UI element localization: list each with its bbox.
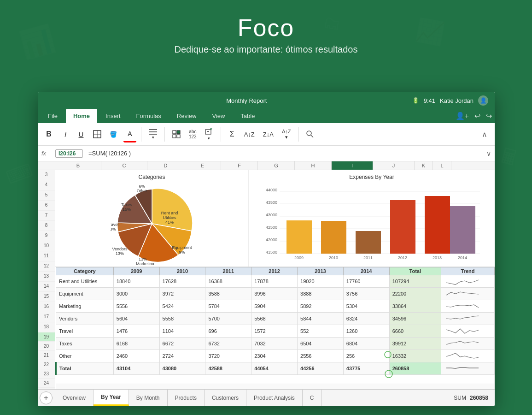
row-13[interactable]: 13 <box>38 272 55 282</box>
tab-home[interactable]: Home <box>66 109 97 123</box>
cell-tax-2014[interactable]: 6804 <box>343 338 389 350</box>
font-color-button[interactable]: A <box>123 126 136 142</box>
sheet-tab-by-year[interactable]: By Year <box>94 390 129 406</box>
fill-color-button[interactable]: 🪣 <box>107 126 121 142</box>
cell-equip-2012[interactable]: 3996 <box>251 288 298 300</box>
cell-vend-2011[interactable]: 5700 <box>205 313 251 325</box>
sort-asc-button[interactable]: A↓Z <box>241 126 257 142</box>
undo-icon[interactable]: ↩ <box>474 112 480 120</box>
total-2009[interactable]: 43104 <box>113 362 159 375</box>
total-2012[interactable]: 44054 <box>251 362 298 375</box>
row-17[interactable]: 17 <box>38 312 55 322</box>
col-header-j[interactable]: J <box>373 161 415 170</box>
user-avatar[interactable]: 👤 <box>478 95 488 106</box>
cell-tax-2009[interactable]: 6168 <box>113 338 159 350</box>
cell-trav-2011[interactable]: 696 <box>205 325 251 338</box>
cell-other-2013[interactable]: 2556 <box>298 350 344 362</box>
sheet-tab-product-analysis[interactable]: Product Analysis <box>246 390 303 406</box>
row-16[interactable]: 16 <box>38 302 55 312</box>
tab-insert[interactable]: Insert <box>98 109 128 123</box>
cell-trav-total[interactable]: 6660 <box>389 325 441 338</box>
cell-tax-2012[interactable]: 7032 <box>251 338 298 350</box>
cell-trav-2010[interactable]: 1104 <box>159 325 205 338</box>
cell-mkt-2011[interactable]: 5784 <box>205 300 251 313</box>
cell-mkt-2012[interactable]: 5904 <box>251 300 298 313</box>
cell-vend-2013[interactable]: 5844 <box>298 313 344 325</box>
cell-tax-total[interactable]: 39912 <box>389 338 441 350</box>
col-header-f[interactable]: F <box>221 161 258 170</box>
category-other[interactable]: Other <box>56 350 114 362</box>
cell-reference[interactable]: I20:I26 <box>55 149 83 158</box>
total-2013[interactable]: 44256 <box>298 362 344 375</box>
cell-other-2012[interactable]: 2304 <box>251 350 298 362</box>
category-marketing[interactable]: Marketing <box>56 300 114 313</box>
col-header-k[interactable]: K <box>415 161 433 170</box>
row-8[interactable]: 8 <box>38 221 55 231</box>
row-19[interactable]: 19 <box>38 332 55 342</box>
cell-rent-2014[interactable]: 17760 <box>343 275 389 288</box>
cell-trav-2012[interactable]: 1572 <box>251 325 298 338</box>
sheet-tab-c[interactable]: C <box>303 390 322 406</box>
cell-mkt-total[interactable]: 33864 <box>389 300 441 313</box>
cell-trav-2009[interactable]: 1476 <box>113 325 159 338</box>
cell-other-2009[interactable]: 2460 <box>113 350 159 362</box>
cell-trav-2013[interactable]: 552 <box>298 325 344 338</box>
row-23[interactable]: 23 <box>38 369 55 379</box>
cell-other-total[interactable]: 16332 <box>389 350 441 362</box>
cell-equip-2014[interactable]: 3756 <box>343 288 389 300</box>
row-18[interactable]: 18 <box>38 322 55 332</box>
category-travel[interactable]: Travel <box>56 325 114 338</box>
cell-rent-2013[interactable]: 19020 <box>298 275 344 288</box>
cell-vend-2010[interactable]: 5558 <box>159 313 205 325</box>
cell-equip-2010[interactable]: 3972 <box>159 288 205 300</box>
bold-button[interactable]: B <box>41 125 56 143</box>
tab-formulas[interactable]: Formulas <box>129 109 169 123</box>
col-header-h[interactable]: H <box>295 161 332 170</box>
row-12[interactable]: 12 <box>38 261 55 272</box>
col-header-g[interactable]: G <box>258 161 295 170</box>
row-7[interactable]: 7 <box>38 211 55 221</box>
conditional-format-button[interactable]: ▾ ▾ <box>202 126 216 142</box>
row-20[interactable]: 20 <box>38 342 55 351</box>
row-5[interactable]: 5 <box>38 190 55 201</box>
cell-rent-2011[interactable]: 16368 <box>205 275 251 288</box>
cell-rent-2009[interactable]: 18840 <box>113 275 159 288</box>
redo-icon[interactable]: ↪ <box>486 112 492 120</box>
col-header-c[interactable]: C <box>101 161 147 170</box>
cell-vend-2009[interactable]: 5604 <box>113 313 159 325</box>
category-equipment[interactable]: Equipment <box>56 288 114 300</box>
add-sheet-button[interactable]: + <box>40 391 53 404</box>
add-user-icon[interactable]: 👤+ <box>456 112 469 120</box>
row-6[interactable]: 6 <box>38 201 55 211</box>
row-14[interactable]: 14 <box>38 282 55 292</box>
total-2014[interactable]: 43775 <box>343 362 389 375</box>
italic-button[interactable]: I <box>59 126 72 142</box>
total-2010[interactable]: 43080 <box>159 362 205 375</box>
sort-options-button[interactable]: A↕Z▾ <box>279 126 294 142</box>
number-format-button[interactable]: abc123 <box>186 126 199 142</box>
borders-button[interactable] <box>90 126 104 142</box>
category-vendors[interactable]: Vendors <box>56 313 114 325</box>
tab-review[interactable]: Review <box>170 109 204 123</box>
cell-tax-2013[interactable]: 6504 <box>298 338 344 350</box>
sheet-tab-by-month[interactable]: By Month <box>129 390 168 406</box>
cell-vend-2012[interactable]: 5568 <box>251 313 298 325</box>
tab-table[interactable]: Table <box>233 109 262 123</box>
row-21[interactable]: 21 <box>38 351 55 360</box>
cell-equip-2011[interactable]: 3588 <box>205 288 251 300</box>
col-header-l[interactable]: L <box>433 161 451 170</box>
cell-equip-2009[interactable]: 3000 <box>113 288 159 300</box>
ribbon-collapse-button[interactable]: ∧ <box>478 128 491 141</box>
cell-other-2010[interactable]: 2724 <box>159 350 205 362</box>
category-rent[interactable]: Rent and Utilities <box>56 275 114 288</box>
row-24[interactable]: 24 <box>38 379 55 388</box>
total-total[interactable]: 260858 <box>389 362 441 375</box>
cell-rent-total[interactable]: 107294 <box>389 275 441 288</box>
sheet-tab-overview[interactable]: Overview <box>55 390 94 406</box>
sort-desc-button[interactable]: Z↓A <box>260 126 276 142</box>
col-header-e[interactable]: E <box>184 161 221 170</box>
cell-mkt-2014[interactable]: 5304 <box>343 300 389 313</box>
cell-vend-2014[interactable]: 6324 <box>343 313 389 325</box>
align-button[interactable]: ▾ <box>146 126 160 142</box>
tab-view[interactable]: View <box>205 109 232 123</box>
